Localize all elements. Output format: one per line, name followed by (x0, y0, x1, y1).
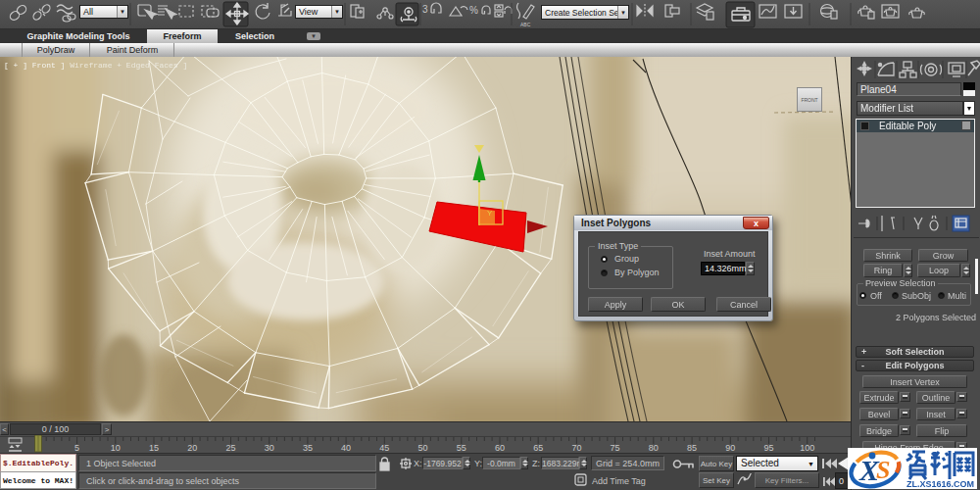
svg-text:75: 75 (611, 443, 620, 453)
svg-text:ZL.XS1616.COM: ZL.XS1616.COM (906, 479, 974, 489)
svg-text:55: 55 (457, 443, 466, 453)
svg-text:5: 5 (74, 443, 79, 453)
svg-text:50: 50 (418, 443, 428, 453)
svg-text:10: 10 (111, 443, 121, 453)
svg-text:ABC: ABC (520, 22, 531, 27)
svg-text:70: 70 (571, 443, 581, 453)
svg-text:35: 35 (303, 443, 313, 453)
svg-text:40: 40 (341, 443, 351, 453)
svg-text:15: 15 (149, 443, 159, 453)
svg-text:80: 80 (649, 443, 659, 453)
svg-text:20: 20 (187, 443, 197, 453)
svg-text:Y: Y (487, 209, 493, 218)
svg-text:%: % (469, 5, 478, 16)
svg-text:85: 85 (687, 443, 697, 453)
svg-text:45: 45 (379, 443, 389, 453)
svg-text:65: 65 (533, 443, 543, 453)
svg-text:30: 30 (265, 443, 274, 453)
svg-text:60: 60 (495, 443, 505, 453)
svg-text:90: 90 (725, 443, 735, 453)
svg-text:100: 100 (800, 443, 814, 453)
svg-text:3: 3 (422, 4, 428, 15)
svg-text:25: 25 (225, 443, 235, 453)
svg-text:S: S (876, 456, 890, 484)
svg-text:95: 95 (763, 443, 773, 453)
